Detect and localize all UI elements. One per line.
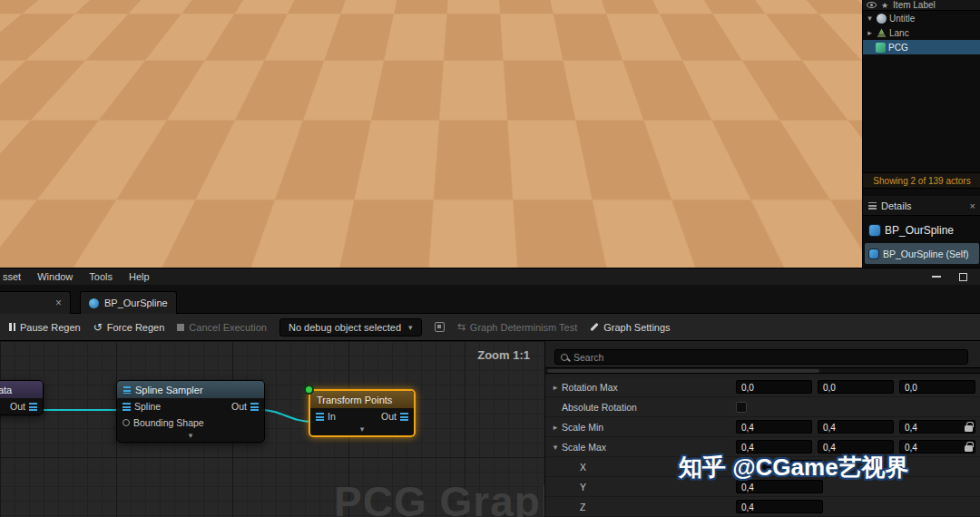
outliner-header: ★ Item Label (863, 0, 980, 11)
debug-object-dropdown[interactable]: No debug object selected ▾ (279, 318, 422, 337)
world-outliner-panel: ★ Item Label ▾ Untitle ▸ Lanc PCG Showin… (862, 0, 980, 268)
pause-icon (9, 323, 15, 331)
determinism-icon: ⇆ (457, 321, 466, 333)
property-row-rotation-max[interactable]: ▸ Rotation Max 0,0 0,0 0,0 (545, 377, 980, 397)
tab-cutoff[interactable]: × (0, 291, 71, 314)
outliner-row-pcg[interactable]: PCG (863, 40, 980, 54)
outliner-status-bar: Showing 2 of 139 actors (863, 172, 980, 189)
value-field-x[interactable]: 0,0 (736, 380, 812, 394)
blueprint-icon (869, 249, 878, 258)
menu-item-tools[interactable]: Tools (81, 268, 121, 285)
outliner-row-label[interactable]: PCG (888, 43, 908, 53)
pin-out[interactable]: Out (231, 401, 259, 412)
pin-spline[interactable]: Spline (122, 401, 161, 412)
debug-browse-icon-button[interactable] (435, 322, 445, 332)
close-icon[interactable]: × (970, 200, 975, 211)
search-box[interactable] (554, 349, 968, 365)
sampler-icon (123, 386, 131, 394)
node-wires (0, 341, 544, 517)
details-tab[interactable]: Details (881, 200, 912, 211)
outliner-row-untitled[interactable]: ▾ Untitle (863, 11, 980, 25)
minimize-button[interactable] (932, 276, 941, 278)
graph-toolbar: Pause Regen ↺ Force Regen Cancel Executi… (0, 314, 980, 341)
window-controls (932, 273, 980, 281)
close-icon[interactable]: × (55, 297, 62, 309)
node-header[interactable]: Data (0, 381, 43, 398)
stop-icon (177, 324, 184, 331)
node-spline-sampler[interactable]: Spline Sampler Spline Out Bounding (116, 380, 265, 443)
pcg-actor-icon (876, 43, 886, 53)
cancel-execution-button[interactable]: Cancel Execution (177, 322, 267, 333)
value-field-z[interactable]: 0,0 (899, 380, 975, 394)
node-header[interactable]: Transform Points (310, 391, 414, 408)
unreal-editor-screen: ★ Item Label ▾ Untitle ▸ Lanc PCG Showin… (0, 0, 980, 517)
menu-item-window[interactable]: Window (29, 268, 81, 285)
search-icon (561, 354, 568, 361)
viewport-overlay (0, 0, 862, 268)
expander-icon[interactable]: ▸ (866, 28, 874, 37)
bounding-shape-pin-icon (122, 419, 130, 426)
pause-regen-button[interactable]: Pause Regen (9, 322, 81, 333)
chevron-down-icon: ▾ (408, 323, 413, 332)
graph-canvas[interactable]: Zoom 1:1 PCG Graph Data Out (0, 341, 544, 517)
value-field-y[interactable]: 0,0 (818, 380, 894, 394)
blueprint-icon (869, 225, 880, 236)
scrollbar-horizontal[interactable] (545, 367, 980, 374)
pin-in[interactable]: In (316, 411, 336, 422)
lock-icon[interactable] (965, 445, 973, 452)
lock-icon[interactable] (965, 425, 973, 432)
tab-label: BP_OurSpline (104, 298, 168, 308)
details-tab-bar: Details × (863, 196, 980, 216)
value-field[interactable]: 0,4 (736, 500, 823, 513)
menu-item-help[interactable]: Help (121, 268, 158, 285)
tab-bp-ourspline[interactable]: BP_OurSpline (80, 291, 177, 314)
details-list-icon (868, 202, 877, 210)
details-actor-row[interactable]: BP_OurSpline (863, 219, 980, 241)
node-details-panel: ▸ Rotation Max 0,0 0,0 0,0 Absolute Rota… (544, 341, 980, 517)
visibility-eye-icon[interactable] (867, 2, 877, 8)
graph-settings-button[interactable]: Graph Settings (590, 322, 670, 333)
graph-determinism-test-button[interactable]: ⇆ Graph Determinism Test (457, 321, 578, 333)
pcg-graph-icon (89, 298, 99, 308)
pin-out[interactable]: Out (381, 411, 408, 422)
pencil-icon (591, 323, 599, 331)
document-tab-bar: × BP_OurSpline (0, 285, 980, 314)
details-self-component-row[interactable]: BP_OurSpline (Self) (865, 243, 979, 264)
expander-icon[interactable]: ▸ (551, 423, 560, 432)
property-row-scale-min[interactable]: ▸ Scale Min 0,4 0,4 0,4 (545, 417, 980, 437)
node-collapse-chevron-icon[interactable]: ▾ (310, 424, 414, 435)
point-data-pin-icon (400, 413, 408, 421)
outliner-row-label[interactable]: Untitle (889, 14, 915, 24)
search-input[interactable] (573, 352, 962, 363)
landscape-icon (877, 28, 887, 38)
value-field-y[interactable]: 0,4 (818, 420, 894, 434)
absolute-rotation-checkbox[interactable] (736, 402, 747, 413)
actor-name: BP_OurSpline (885, 224, 954, 237)
outliner-column-header[interactable]: Item Label (893, 0, 936, 10)
value-field-x[interactable]: 0,4 (736, 420, 812, 434)
property-row-absolute-rotation[interactable]: Absolute Rotation (545, 397, 980, 417)
favorite-star-icon[interactable]: ★ (881, 1, 888, 10)
expander-icon[interactable]: ▾ (866, 14, 874, 23)
property-row-scale-max-z[interactable]: Z 0,4 (545, 497, 980, 517)
node-data[interactable]: Data Out (0, 380, 44, 415)
outliner-row-landscape[interactable]: ▸ Lanc (863, 25, 980, 40)
refresh-icon: ↺ (93, 322, 103, 333)
pin-bounding-shape[interactable]: Bounding Shape (122, 417, 204, 428)
self-component-label: BP_OurSpline (Self) (883, 249, 969, 259)
menu-item-asset[interactable]: sset (0, 268, 29, 285)
outliner-row-label[interactable]: Lanc (889, 28, 909, 38)
point-data-pin-icon (250, 403, 259, 411)
expander-icon[interactable]: ▾ (551, 443, 560, 452)
expander-icon[interactable]: ▸ (551, 383, 560, 392)
force-regen-button[interactable]: ↺ Force Regen (93, 322, 165, 333)
node-collapse-chevron-icon[interactable]: ▾ (117, 431, 264, 442)
maximize-button[interactable] (959, 273, 967, 281)
node-header[interactable]: Spline Sampler (117, 381, 264, 398)
transform-gizmo[interactable] (163, 58, 241, 149)
level-icon (877, 14, 887, 24)
zhihu-watermark: 知乎 @CGame艺视界 (679, 452, 909, 483)
viewport-3d[interactable] (0, 0, 862, 268)
node-transform-points[interactable]: Transform Points In Out ▾ (309, 389, 416, 437)
pin-out[interactable]: Out (10, 401, 37, 412)
